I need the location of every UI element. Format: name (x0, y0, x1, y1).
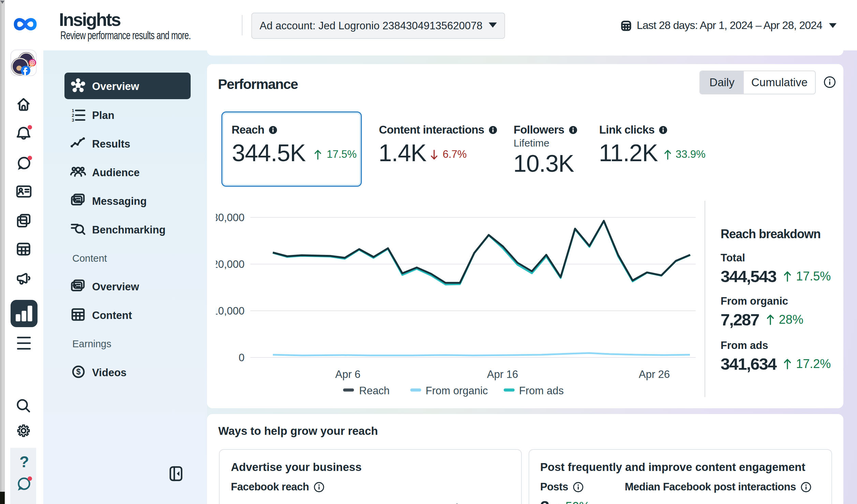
svg-text:2: 2 (72, 113, 74, 118)
svg-text:3: 3 (72, 118, 74, 123)
svg-text:1: 1 (72, 108, 74, 113)
svg-text:$: $ (76, 367, 81, 376)
